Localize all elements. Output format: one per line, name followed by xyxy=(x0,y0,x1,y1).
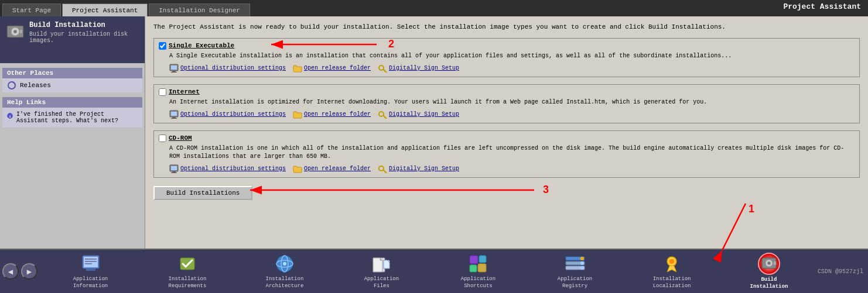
taskbar-item-app-info[interactable]: ApplicationInformation xyxy=(67,251,114,292)
single-exe-sign-setup[interactable]: Digitally Sign Setup xyxy=(378,64,459,73)
install-arch-label: InstallationArchitecture xyxy=(266,276,304,289)
cdrom-checkbox[interactable] xyxy=(159,135,166,142)
taskbar-item-install-arch[interactable]: InstallationArchitecture xyxy=(261,251,309,292)
refresh-icon xyxy=(7,81,16,90)
svg-rect-19 xyxy=(171,112,177,116)
internet-open-folder[interactable]: Open release folder xyxy=(293,110,371,119)
window-title: Project Assistant xyxy=(783,2,861,11)
internet-links: Optional distribution settings Open rele… xyxy=(169,110,855,119)
content-intro: The Project Assistant is now ready to bu… xyxy=(153,22,860,32)
taskbar-nav: ◀ ▶ xyxy=(2,263,37,280)
svg-rect-14 xyxy=(171,72,177,73)
cdrom-optional-dist[interactable]: Optional distribution settings xyxy=(169,164,286,174)
folder-icon-2 xyxy=(293,110,302,119)
svg-rect-28 xyxy=(171,173,177,173)
sign-setup-label-1: Digitally Sign Setup xyxy=(389,65,459,71)
help-text: I've finished the Project Assistant step… xyxy=(16,111,138,124)
taskbar-item-app-shortcuts[interactable]: ApplicationShortcuts xyxy=(454,251,501,292)
cdrom-sign-setup[interactable]: Digitally Sign Setup xyxy=(378,164,459,174)
key-icon-3 xyxy=(378,164,387,174)
internet-checkbox[interactable] xyxy=(159,88,166,96)
sign-setup-label-2: Digitally Sign Setup xyxy=(389,111,459,118)
svg-text:i: i xyxy=(9,115,11,119)
svg-rect-12 xyxy=(171,66,177,70)
svg-point-3 xyxy=(15,31,16,33)
open-folder-label-2: Open release folder xyxy=(304,111,371,118)
app-info-icon xyxy=(80,253,101,274)
svg-rect-40 xyxy=(86,268,95,271)
cd-drive-icon xyxy=(6,22,25,41)
single-executable-header: Single Executable 2 xyxy=(159,42,855,50)
svg-text:2: 2 xyxy=(388,38,394,50)
svg-point-56 xyxy=(580,261,584,265)
nav-forward-button[interactable]: ▶ xyxy=(21,263,37,280)
arrow-1-annotation: 1 xyxy=(687,204,757,256)
install-arch-icon xyxy=(274,253,295,274)
optional-dist-label-3: Optional distribution settings xyxy=(180,166,286,172)
single-exe-open-folder[interactable]: Open release folder xyxy=(293,64,371,73)
arrow-2-annotation: 2 xyxy=(259,33,435,56)
content-area: The Project Assistant is now ready to bu… xyxy=(145,16,868,249)
svg-rect-26 xyxy=(171,166,177,170)
svg-rect-51 xyxy=(478,264,486,272)
taskbar-item-app-registry[interactable]: ApplicationRegistry xyxy=(552,251,599,292)
single-executable-checkbox[interactable] xyxy=(159,42,166,50)
taskbar-item-build-install[interactable]: 1 BuildInstallation xyxy=(746,250,793,292)
internet-sign-setup[interactable]: Digitally Sign Setup xyxy=(378,110,459,119)
svg-line-61 xyxy=(722,204,746,250)
internet-label: Internet xyxy=(169,88,200,95)
taskbar-item-app-files[interactable]: ApplicationFiles xyxy=(358,251,405,292)
key-icon-2 xyxy=(378,110,387,119)
build-install-icon xyxy=(758,253,780,275)
svg-rect-21 xyxy=(171,118,177,119)
app-files-icon xyxy=(371,253,392,274)
taskbar-item-install-req[interactable]: InstallationRequirements xyxy=(164,251,211,292)
open-folder-label-3: Open release folder xyxy=(304,166,371,172)
sidebar-subtitle: Build your installation disk images. xyxy=(29,31,139,44)
taskbar-item-install-local[interactable]: InstallationLocalization xyxy=(648,251,696,292)
cdrom-links: Optional distribution settings Open rele… xyxy=(169,164,855,174)
internet-optional-dist[interactable]: Optional distribution settings xyxy=(169,110,286,119)
optional-dist-label-2: Optional distribution settings xyxy=(180,111,286,118)
key-icon-1 xyxy=(378,64,387,73)
nav-back-button[interactable]: ◀ xyxy=(2,263,19,280)
help-links-title: Help Links xyxy=(2,97,142,108)
install-local-icon xyxy=(661,253,682,274)
svg-point-55 xyxy=(580,257,584,260)
install-type-single-executable: Single Executable 2 A Single Executable … xyxy=(153,38,860,77)
svg-rect-49 xyxy=(479,256,486,263)
build-install-label: BuildInstallation xyxy=(750,277,788,290)
arrow-3-annotation: 3 xyxy=(153,181,563,199)
single-exe-optional-dist[interactable]: Optional distribution settings xyxy=(169,64,286,73)
help-links-section: Help Links i I've finished the Project A… xyxy=(2,97,142,127)
tab-start-page[interactable]: Start Page xyxy=(2,4,61,16)
cdrom-label: CD-ROM xyxy=(169,135,192,142)
tab-project-assistant[interactable]: Project Assistant xyxy=(62,4,148,16)
internet-desc: An Internet installation is optimized fo… xyxy=(169,98,855,106)
optional-dist-label-1: Optional distribution settings xyxy=(180,65,286,71)
sidebar-title: Build Installation xyxy=(29,21,139,29)
folder-icon-1 xyxy=(293,64,302,73)
internet-header: Internet xyxy=(159,88,855,96)
app-info-label: ApplicationInformation xyxy=(73,276,108,289)
cdrom-header: CD-ROM xyxy=(159,135,855,142)
cdrom-desc: A CD-ROM installation is one in which al… xyxy=(169,144,855,161)
cdrom-open-folder[interactable]: Open release folder xyxy=(293,164,371,174)
settings-icon-1 xyxy=(169,64,179,73)
app-shortcuts-icon xyxy=(467,253,488,274)
tab-installation-designer[interactable]: Installation Designer xyxy=(149,4,250,16)
info-icon: i xyxy=(7,111,13,120)
svg-point-57 xyxy=(580,266,584,270)
build-button-row: Build Installations 3 xyxy=(153,186,860,200)
svg-rect-50 xyxy=(470,265,477,272)
svg-rect-36 xyxy=(84,257,98,267)
help-item-next-steps[interactable]: i I've finished the Project Assistant st… xyxy=(2,108,142,127)
app-registry-icon xyxy=(565,253,586,274)
svg-rect-67 xyxy=(774,261,776,265)
sidebar-item-releases[interactable]: Releases xyxy=(2,78,142,92)
svg-point-45 xyxy=(283,262,286,266)
svg-text:3: 3 xyxy=(543,184,549,195)
taskbar: ◀ ▶ ApplicationInformation xyxy=(0,249,868,293)
csdn-watermark: CSDN @9527zjl xyxy=(818,268,866,275)
settings-icon-2 xyxy=(169,110,179,119)
